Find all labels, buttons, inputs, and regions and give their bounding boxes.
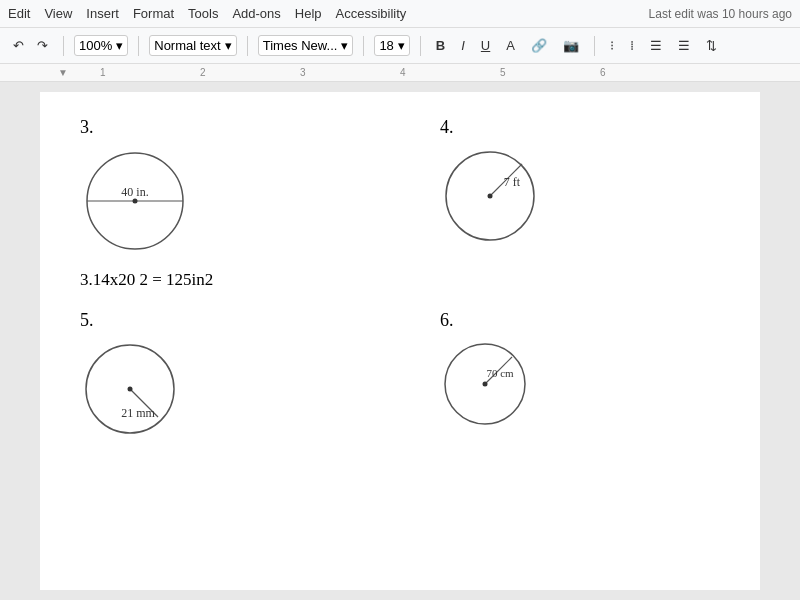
image-button[interactable]: 📷 [558, 36, 584, 55]
problem-6: 6. 70 cm [440, 310, 720, 443]
menu-view[interactable]: View [44, 6, 72, 21]
problem-5: 5. 21 mm [80, 310, 400, 443]
page: 3. 40 in. 3.14x20 2 = 125in2 [40, 92, 760, 590]
fontsize-dropdown-arrow: ▾ [398, 38, 405, 53]
problem-5-number: 5. [80, 310, 400, 331]
problem-4: 4. 7 ft [440, 117, 720, 290]
link-button[interactable]: 🔗 [526, 36, 552, 55]
svg-point-5 [488, 194, 493, 199]
zoom-dropdown-arrow: ▾ [116, 38, 123, 53]
sep-3 [247, 36, 248, 56]
problem-3-circle: 40 in. [80, 146, 190, 260]
problems-row-1: 3. 40 in. 3.14x20 2 = 125in2 [80, 117, 720, 290]
zoom-dropdown[interactable]: 100% ▾ [74, 35, 128, 56]
menu-format[interactable]: Format [133, 6, 174, 21]
problem-3-number: 3. [80, 117, 400, 138]
undo-button[interactable]: ↶ [8, 36, 29, 55]
text-color-button[interactable]: A [501, 36, 520, 55]
problem-3-answer: 3.14x20 2 = 125in2 [80, 270, 400, 290]
problem-3: 3. 40 in. 3.14x20 2 = 125in2 [80, 117, 400, 290]
font-dropdown-arrow: ▾ [341, 38, 348, 53]
font-value: Times New... [263, 38, 338, 53]
fontsize-dropdown[interactable]: 18 ▾ [374, 35, 409, 56]
menu-edit[interactable]: Edit [8, 6, 30, 21]
align-justify-button[interactable]: ☰ [673, 36, 695, 55]
problem-3-svg: 40 in. [80, 146, 190, 256]
problem-4-svg: 7 ft [440, 146, 540, 246]
svg-point-11 [483, 382, 488, 387]
menu-addons[interactable]: Add-ons [232, 6, 280, 21]
menu-help[interactable]: Help [295, 6, 322, 21]
problem-6-label: 70 cm [486, 367, 514, 379]
italic-button[interactable]: I [456, 36, 470, 55]
problem-6-svg: 70 cm [440, 339, 530, 429]
style-dropdown-arrow: ▾ [225, 38, 232, 53]
sep-6 [594, 36, 595, 56]
document-area: 3. 40 in. 3.14x20 2 = 125in2 [0, 82, 800, 600]
zoom-value: 100% [79, 38, 112, 53]
problem-4-circle: 7 ft [440, 146, 540, 250]
problem-5-svg: 21 mm [80, 339, 180, 439]
svg-point-2 [133, 199, 138, 204]
problem-4-label: 7 ft [504, 175, 521, 189]
problems-row-2: 5. 21 mm 6. [80, 310, 720, 443]
fontsize-value: 18 [379, 38, 393, 53]
last-edit-label: Last edit was 10 hours ago [649, 7, 792, 21]
sep-5 [420, 36, 421, 56]
align-center-button[interactable]: ⁞ [625, 36, 639, 55]
menu-accessibility[interactable]: Accessibility [336, 6, 407, 21]
underline-button[interactable]: U [476, 36, 495, 55]
menu-insert[interactable]: Insert [86, 6, 119, 21]
font-dropdown[interactable]: Times New... ▾ [258, 35, 354, 56]
problem-6-number: 6. [440, 310, 720, 331]
bold-button[interactable]: B [431, 36, 450, 55]
redo-button[interactable]: ↷ [32, 36, 53, 55]
sep-1 [63, 36, 64, 56]
style-value: Normal text [154, 38, 220, 53]
sep-4 [363, 36, 364, 56]
toolbar: ↶ ↷ 100% ▾ Normal text ▾ Times New... ▾ … [0, 28, 800, 64]
align-right-button[interactable]: ☰ [645, 36, 667, 55]
problem-4-number: 4. [440, 117, 720, 138]
svg-point-8 [128, 387, 133, 392]
ruler: ▼ 1 2 3 4 5 6 [0, 64, 800, 82]
problem-6-circle: 70 cm [440, 339, 530, 433]
ruler-marker: ▼ [58, 67, 68, 78]
menu-tools[interactable]: Tools [188, 6, 218, 21]
sep-2 [138, 36, 139, 56]
problem-3-label: 40 in. [121, 185, 148, 199]
undo-redo-group: ↶ ↷ [8, 36, 53, 55]
align-left-button[interactable]: ⁝ [605, 36, 619, 55]
menu-bar: Edit View Insert Format Tools Add-ons He… [0, 0, 800, 28]
line-spacing-button[interactable]: ⇅ [701, 36, 722, 55]
style-dropdown[interactable]: Normal text ▾ [149, 35, 236, 56]
problem-5-circle: 21 mm [80, 339, 180, 443]
problem-5-label: 21 mm [121, 406, 155, 420]
